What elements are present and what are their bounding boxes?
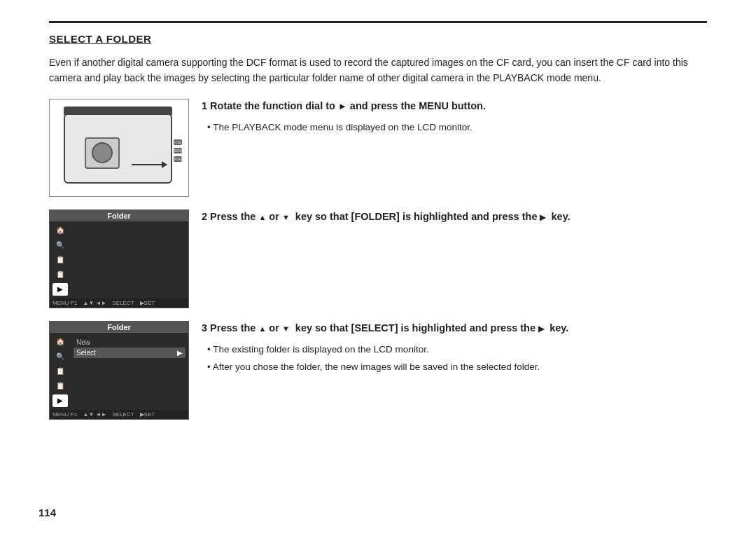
step-1-block: Power ▶ ICE MENU ENTER 1 Rot <box>49 99 707 197</box>
top-rule <box>49 21 707 23</box>
menu-set-label-2: ▶SET <box>140 411 155 418</box>
menu-icon-doc1: 📋 <box>52 254 68 266</box>
step-3-title: 3 Press the ▲ or ▼ key so that [SELECT] … <box>202 321 707 336</box>
menu-icon-doc2-2: 📋 <box>52 380 68 392</box>
step-3-content: 3 Press the ▲ or ▼ key so that [SELECT] … <box>202 321 707 378</box>
menu-icon-doc2: 📋 <box>52 268 68 281</box>
step-1-content: 1 Rotate the function dial to ► and pres… <box>202 99 707 137</box>
menu-set-label: ▶SET <box>140 300 155 306</box>
menu-nav-arrows-2: ▲▼ ◄► <box>83 411 107 418</box>
menu-select-label-2: SELECT <box>112 411 134 418</box>
page-number: 114 <box>38 507 56 518</box>
menu-icons-col-2: 🏠 🔍 📋 📋 ▶ <box>50 333 71 410</box>
camera-body: ICE MENU ENTER <box>64 114 172 184</box>
step-3-num: 3 <box>202 322 210 334</box>
menu-icons-col-1: 🏠 🔍 📋 📋 ▶ <box>50 221 71 298</box>
menu-nav-arrows: ▲▼ ◄► <box>83 300 107 306</box>
intro-text: Even if another digital camera supportin… <box>49 55 707 86</box>
step-1-detail-1: The PLAYBACK mode menu is displayed on t… <box>207 120 707 135</box>
menu-bottom-text-2: MENU P1 <box>52 411 78 418</box>
menu-item-new: New <box>74 337 186 348</box>
btn-enter: ENTER <box>174 156 182 162</box>
menu-icon-play-2: ▶ <box>52 394 68 407</box>
side-buttons: ICE MENU ENTER <box>174 139 182 162</box>
step-1-image: Power ▶ ICE MENU ENTER <box>49 99 189 197</box>
menu-icon-play: ▶ <box>52 283 68 296</box>
step-3-detail-2: After you chose the folder, the new imag… <box>207 359 707 375</box>
step-3-details: The existing folder is displayed on the … <box>207 342 707 375</box>
menu-screen-1: Folder 🏠 🔍 📋 📋 ▶ MENU P1 ▲▼ ◄► SELE <box>49 209 189 308</box>
menu-select-text: Select <box>76 349 173 357</box>
step-2-content: 2 Press the ▲ or ▼ key so that [FOLDER] … <box>202 209 707 231</box>
step-3-image: Folder 🏠 🔍 📋 📋 ▶ New Select <box>49 321 189 420</box>
step-1-text: Rotate the function dial to ► and press … <box>210 100 486 111</box>
step-1-title: 1 Rotate the function dial to ► and pres… <box>202 99 707 114</box>
menu-title-bar-1: Folder <box>50 210 188 221</box>
arrow-indicator <box>132 164 167 165</box>
menu-icon-search: 🔍 <box>52 239 68 252</box>
menu-title-bar-2: Folder <box>50 322 188 333</box>
menu-icon-doc1-2: 📋 <box>52 365 68 378</box>
menu-select-label: SELECT <box>112 300 134 306</box>
camera-lens <box>85 137 120 169</box>
camera-diagram: Power ▶ ICE MENU ENTER <box>49 99 189 197</box>
btn-ici: ICE <box>174 139 182 145</box>
menu-icon-search-2: 🔍 <box>52 350 68 363</box>
menu-bottom-bar-2: MENU P1 ▲▼ ◄► SELECT ▶SET <box>50 410 188 419</box>
step-2-block: Folder 🏠 🔍 📋 📋 ▶ MENU P1 ▲▼ ◄► SELE <box>49 209 707 308</box>
page-container: SELECT A FOLDER Even if another digital … <box>35 0 721 446</box>
menu-content-1: 🏠 🔍 📋 📋 ▶ <box>50 221 188 298</box>
lens-inner <box>92 142 113 163</box>
menu-main-area-1 <box>71 221 188 298</box>
menu-bottom-bar-1: MENU P1 ▲▼ ◄► SELECT ▶SET <box>50 298 188 308</box>
menu-select-arrow: ▶ <box>177 349 183 357</box>
menu-screen-2: Folder 🏠 🔍 📋 📋 ▶ New Select <box>49 321 189 420</box>
btn-menu: MENU <box>174 148 182 153</box>
menu-bottom-text-1: MENU P1 <box>52 300 78 306</box>
menu-main-area-2: New Select ▶ <box>71 333 188 410</box>
step-2-image: Folder 🏠 🔍 📋 📋 ▶ MENU P1 ▲▼ ◄► SELE <box>49 209 189 308</box>
menu-icon-home-2: 🏠 <box>52 336 68 348</box>
step-2-title: 2 Press the ▲ or ▼ key so that [FOLDER] … <box>202 209 707 225</box>
step-3-block: Folder 🏠 🔍 📋 📋 ▶ New Select <box>49 321 707 420</box>
menu-item-select: Select ▶ <box>74 348 186 358</box>
step-3-text: Press the ▲ or ▼ key so that [SELECT] is… <box>210 322 568 334</box>
step-2-text: Press the ▲ or ▼ key so that [FOLDER] is… <box>210 211 570 222</box>
step-1-details: The PLAYBACK mode menu is displayed on t… <box>207 120 707 135</box>
menu-content-2: 🏠 🔍 📋 📋 ▶ New Select ▶ <box>50 333 188 410</box>
section-title: SELECT A FOLDER <box>49 33 707 45</box>
step-3-detail-1: The existing folder is displayed on the … <box>207 342 707 357</box>
step-2-num: 2 <box>202 211 210 222</box>
menu-new-label: New <box>76 338 183 346</box>
step-1-num: 1 <box>202 100 210 111</box>
menu-icon-home: 🏠 <box>52 224 68 237</box>
